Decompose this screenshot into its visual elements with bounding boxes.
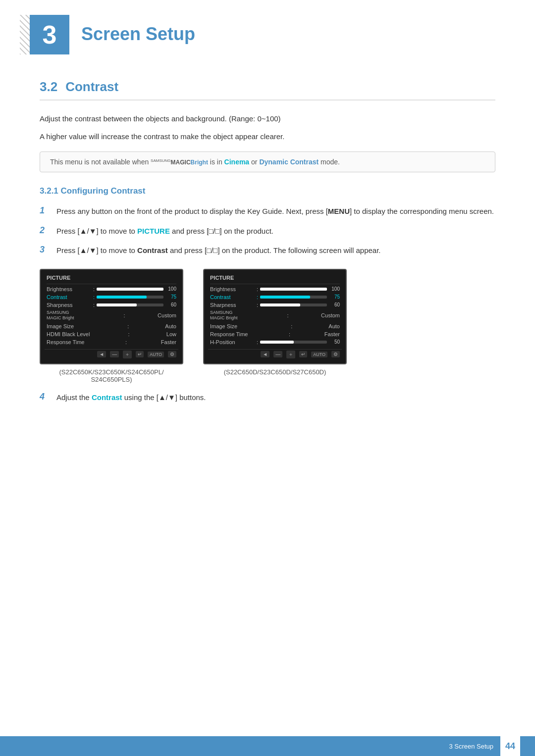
screens-row: PICTURE Brightness : 100 Contrast : (40, 269, 495, 383)
step-3-number: 3 (40, 245, 50, 255)
menu-row-hposition-right: H-Position : 50 (208, 338, 342, 346)
magic-bright-logo: SAMSUNGMAGICBright (151, 159, 208, 166)
menu-row-response-right: Response Time : Faster (208, 330, 342, 338)
icon-left-r: ◄ (261, 351, 269, 357)
screen-left: PICTURE Brightness : 100 Contrast : (40, 269, 183, 364)
step-2: 2 Press [▲/▼] to move to PICTURE and pre… (40, 225, 495, 238)
menu-row-contrast-right: Contrast : 75 (208, 293, 342, 301)
note-prefix: This menu is not available when (50, 158, 151, 166)
icon-plus-r: ＋ (286, 351, 295, 358)
screen-right: PICTURE Brightness : 100 Contrast : (203, 269, 347, 364)
menu-row-brightness-right: Brightness : 100 (208, 285, 342, 293)
menu-row-imagesize-left: Image Size : Auto (45, 322, 178, 330)
step-1-number: 1 (40, 205, 50, 216)
footer: 3 Screen Setup 44 (0, 736, 535, 756)
menu-row-hdmi-left: HDMI Black Level : Low (45, 330, 178, 338)
step-2-text: Press [▲/▼] to move to PICTURE and press… (56, 225, 273, 238)
screen-left-caption: (S22C650K/S23C650K/S24C650PL/S24C650PLS) (59, 368, 163, 383)
icon-settings-r: ⚙ (331, 351, 340, 357)
step-1: 1 Press any button on the front of the p… (40, 205, 495, 218)
subsection-title: Configuring Contrast (61, 186, 146, 196)
screen-right-label: PICTURE (208, 275, 342, 281)
step-4: 4 Adjust the Contrast using the [▲/▼] bu… (40, 391, 495, 404)
body-line-1: Adjust the contrast between the objects … (40, 112, 495, 125)
main-content: 3.2 Contrast Adjust the contrast between… (0, 64, 535, 430)
body-line-2: A higher value will increase the contras… (40, 130, 495, 143)
icon-auto: AUTO (148, 352, 164, 357)
note-box: This menu is not available when SAMSUNGM… (40, 151, 495, 172)
menu-row-response-left: Response Time : Faster (45, 338, 178, 346)
icon-auto-r: AUTO (311, 352, 327, 357)
step-3: 3 Press [▲/▼] to move to Contrast and pr… (40, 244, 495, 257)
chapter-header: 3 Screen Setup (0, 0, 535, 64)
note-dynamic-contrast: Dynamic Contrast (259, 158, 319, 166)
menu-row-magic-left: SAMSUNGMAGIC Bright : Custom (45, 309, 178, 322)
icon-enter: ↵ (136, 351, 144, 357)
icon-enter-r: ↵ (299, 351, 307, 357)
menu-row-imagesize-right: Image Size : Auto (208, 322, 342, 330)
icon-settings: ⚙ (168, 351, 176, 357)
menu-row-magic-right: SAMSUNGMAGIC Bright : Custom (208, 309, 342, 322)
menu-row-brightness-left: Brightness : 100 (45, 285, 178, 293)
subsection-heading: 3.2.1 Configuring Contrast (40, 186, 495, 196)
icon-minus-r: — (273, 351, 282, 357)
menu-row-contrast-left: Contrast : 75 (45, 293, 178, 301)
screen-right-wrapper: PICTURE Brightness : 100 Contrast : (203, 269, 347, 383)
chapter-title: Screen Setup (81, 24, 195, 45)
icon-plus: ＋ (123, 351, 132, 358)
step-3-text: Press [▲/▼] to move to Contrast and pres… (56, 244, 381, 257)
note-cinema: Cinema (224, 158, 250, 166)
menu-row-sharpness-right: Sharpness : 60 (208, 301, 342, 309)
monitor-icon-row-left: ◄ — ＋ ↵ AUTO ⚙ (45, 349, 178, 359)
monitor-icon-row-right: ◄ — ＋ ↵ AUTO ⚙ (208, 349, 342, 359)
note-or: or (249, 158, 259, 166)
chapter-number: 3 (43, 20, 57, 50)
subsection-number: 3.2.1 (40, 186, 58, 196)
screen-left-label: PICTURE (45, 275, 178, 281)
step-4-text: Adjust the Contrast using the [▲/▼] butt… (56, 391, 206, 404)
screen-left-wrapper: PICTURE Brightness : 100 Contrast : (40, 269, 183, 383)
step-4-number: 4 (40, 392, 50, 402)
section-heading: 3.2 Contrast (40, 79, 495, 101)
steps-list: 1 Press any button on the front of the p… (40, 205, 495, 257)
note-middle: is in (208, 158, 224, 166)
chapter-number-box: 3 (30, 15, 69, 54)
section-title: Contrast (65, 79, 118, 95)
section-number: 3.2 (40, 79, 57, 95)
step-1-text: Press any button on the front of the pro… (56, 205, 494, 218)
footer-chapter-label: 3 Screen Setup (449, 743, 493, 750)
screen-right-caption: (S22C650D/S23C650D/S27C650D) (224, 368, 326, 376)
icon-left: ◄ (97, 351, 106, 357)
note-suffix: mode. (319, 158, 340, 166)
icon-minus: — (110, 351, 119, 357)
step-2-number: 2 (40, 225, 50, 236)
menu-row-sharpness-left: Sharpness : 60 (45, 301, 178, 309)
footer-page-number: 44 (500, 736, 520, 756)
